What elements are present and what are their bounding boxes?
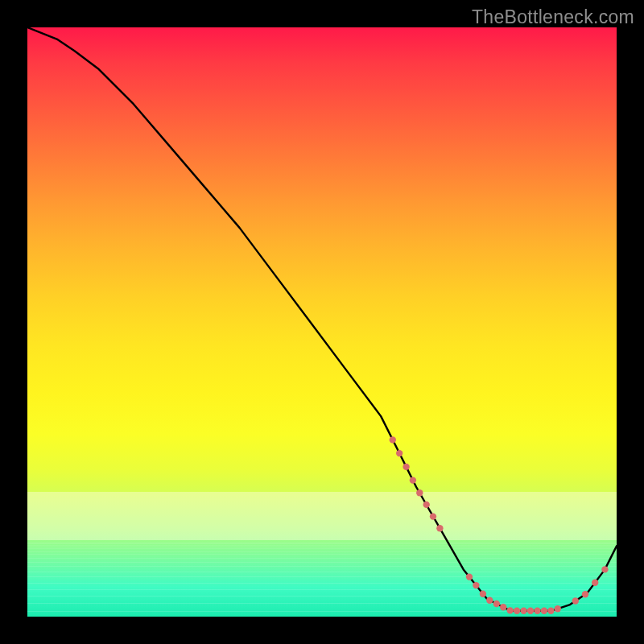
data-point-markers (390, 436, 609, 614)
bottleneck-chart (27, 27, 617, 617)
data-point-marker (486, 597, 493, 604)
data-point-marker (416, 489, 423, 496)
data-point-marker (396, 450, 402, 456)
data-point-marker (572, 597, 579, 604)
data-point-marker (582, 591, 588, 597)
data-point-marker (514, 608, 520, 614)
data-point-marker (423, 502, 430, 508)
data-point-marker (601, 566, 608, 572)
watermark-text: TheBottleneck.com (472, 6, 634, 28)
data-point-marker (480, 591, 486, 597)
data-point-marker (541, 608, 547, 614)
data-point-marker (534, 608, 540, 614)
data-point-marker (473, 582, 479, 588)
outer-black-frame: TheBottleneck.com (0, 0, 644, 644)
data-point-marker (436, 525, 443, 531)
data-point-marker (527, 608, 534, 614)
plot-area (27, 27, 617, 617)
data-point-marker (466, 573, 473, 580)
data-point-marker (507, 607, 514, 613)
bottleneck-curve-line (27, 27, 617, 611)
data-point-marker (402, 464, 409, 470)
data-point-marker (500, 604, 506, 610)
data-point-marker (410, 477, 416, 483)
data-point-marker (493, 601, 500, 607)
data-point-marker (520, 608, 526, 614)
data-point-marker (592, 580, 598, 586)
data-point-marker (547, 608, 554, 614)
data-point-marker (390, 436, 396, 443)
data-point-marker (555, 605, 561, 612)
data-point-marker (430, 513, 436, 519)
